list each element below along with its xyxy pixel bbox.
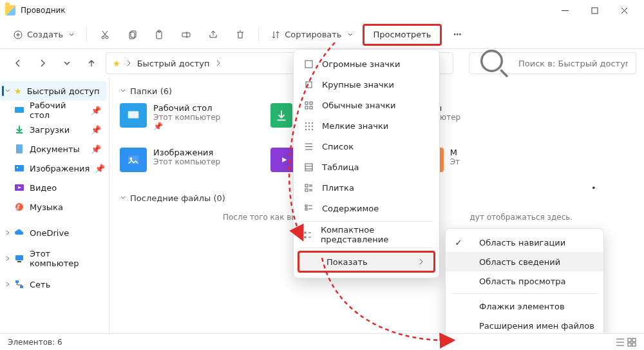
svg-rect-30: [305, 106, 308, 109]
sort-label: Сортировать: [285, 30, 341, 39]
folder-item[interactable]: Рабочий столЭтот компьютер📌: [120, 103, 254, 131]
copy-button[interactable]: [120, 24, 144, 45]
svg-rect-0: [592, 8, 598, 14]
menu-item-list[interactable]: Список: [294, 136, 439, 157]
toolbar-separator: [258, 28, 259, 42]
minimize-button[interactable]: [550, 0, 580, 21]
menu-item-medium-icons[interactable]: Обычные значки: [294, 95, 439, 115]
menu-separator: [452, 293, 597, 294]
details-view-icon[interactable]: [616, 338, 625, 347]
toolbar: Создать Сортировать Просмотреть ⋯: [0, 21, 644, 49]
search-input[interactable]: [517, 58, 629, 69]
view-menu: Огромные значки Крупные значки Обычные з…: [293, 49, 440, 278]
submenu-item-preview-pane[interactable]: Область просмотра: [446, 271, 603, 291]
menu-item-label: Крупные значки: [322, 80, 394, 90]
thumb-view-icon[interactable]: [627, 338, 636, 347]
sidebar-item-pictures[interactable]: Изображения 📌: [0, 159, 106, 178]
svg-rect-42: [305, 184, 308, 187]
sidebar-item-network[interactable]: Сеть: [0, 275, 106, 294]
sidebar-item-label: OneDrive: [30, 228, 69, 238]
sidebar-item-this-pc[interactable]: Этот компьютер: [0, 249, 106, 268]
music-icon: [14, 202, 24, 212]
rename-button[interactable]: [175, 24, 198, 45]
menu-item-extra-large-icons[interactable]: Огромные значки: [294, 53, 439, 74]
chevron-right-icon[interactable]: [215, 60, 222, 66]
search-box[interactable]: [469, 52, 636, 74]
sidebar-item-label: Сеть: [30, 280, 50, 289]
show-submenu: ✓Область навигации Область сведений Обла…: [445, 228, 604, 350]
submenu-item-item-checkboxes[interactable]: Флажки элементов: [446, 297, 603, 316]
document-icon: [14, 144, 24, 154]
new-button[interactable]: Создать: [8, 24, 80, 45]
sidebar-item-documents[interactable]: Документы 📌: [0, 139, 106, 159]
forward-button[interactable]: [32, 53, 53, 73]
submenu-item-details-pane[interactable]: Область сведений: [446, 252, 603, 271]
chevron-right-icon: [418, 258, 424, 265]
svg-point-39: [308, 129, 310, 130]
paste-button[interactable]: [147, 24, 171, 45]
sidebar-item-quick-access[interactable]: ★ Быстрый доступ: [0, 81, 106, 101]
list-icon: [303, 142, 314, 151]
star-icon: ★: [113, 59, 120, 68]
more-button[interactable]: ⋯: [446, 24, 469, 45]
pin-icon: 📌: [95, 164, 105, 173]
menu-item-tiles[interactable]: •Плитка: [294, 177, 439, 198]
menu-item-compact[interactable]: Компактное представление: [294, 224, 439, 245]
submenu-item-file-ext[interactable]: Расширения имен файлов: [446, 316, 603, 335]
sidebar-item-label: Этот компьютер: [30, 249, 101, 268]
svg-rect-45: [305, 208, 307, 210]
delete-button[interactable]: [229, 24, 252, 45]
svg-point-3: [106, 36, 108, 39]
svg-point-16: [17, 167, 18, 168]
content-icon: [303, 204, 314, 213]
svg-rect-22: [20, 286, 23, 288]
submenu-item-nav-pane[interactable]: ✓Область навигации: [446, 233, 603, 252]
menu-item-large-icons[interactable]: Крупные значки: [294, 74, 439, 95]
svg-rect-29: [310, 102, 312, 104]
sidebar-item-desktop[interactable]: Рабочий стол 📌: [0, 101, 106, 120]
svg-point-35: [305, 126, 307, 127]
sidebar-item-music[interactable]: Музыка: [0, 197, 106, 217]
sidebar-item-downloads[interactable]: Загрузки 📌: [0, 120, 106, 139]
recent-locations-button[interactable]: [57, 53, 77, 73]
cut-button[interactable]: [93, 24, 117, 45]
sidebar-item-video[interactable]: Видео: [0, 178, 106, 197]
menu-item-small-icons[interactable]: Мелкие значки: [294, 115, 439, 136]
close-button[interactable]: [609, 0, 639, 21]
sidebar-item-label: Рабочий стол: [30, 101, 86, 120]
menu-item-label: Расширения имен файлов: [479, 321, 594, 331]
sidebar-item-onedrive[interactable]: OneDrive: [0, 223, 106, 242]
folder-sub: Эт: [450, 157, 460, 166]
share-button[interactable]: [202, 24, 225, 45]
menu-item-label: Флажки элементов: [479, 302, 565, 311]
folder-item[interactable]: ыьютер: [435, 103, 493, 131]
grid-icon: [303, 59, 314, 69]
svg-rect-14: [16, 144, 23, 153]
menu-item-details[interactable]: Таблица: [294, 157, 439, 177]
grid-icon: [303, 101, 314, 110]
view-label: Просмотреть: [374, 30, 431, 39]
up-button[interactable]: [81, 53, 102, 73]
menu-item-label: Список: [322, 142, 354, 151]
sort-button[interactable]: Сортировать: [265, 24, 358, 45]
maximize-button[interactable]: [580, 0, 609, 21]
cloud-icon: [14, 228, 24, 238]
svg-point-38: [305, 129, 307, 130]
svg-point-32: [305, 122, 307, 124]
pictures-icon: [120, 148, 147, 172]
view-toggle[interactable]: [616, 338, 636, 347]
check-icon: ✓: [453, 238, 464, 248]
svg-point-40: [312, 129, 313, 130]
menu-item-content[interactable]: Содержимое: [294, 198, 439, 219]
folder-item[interactable]: ИзображенияЭтот компьютер: [120, 148, 254, 175]
tiles-icon: [303, 183, 314, 193]
menu-item-show[interactable]: Показать: [298, 251, 435, 273]
computer-icon: [14, 253, 24, 264]
svg-rect-15: [15, 165, 24, 171]
svg-point-2: [102, 36, 104, 39]
view-button[interactable]: Просмотреть: [363, 24, 442, 46]
folder-sub: Этот компьютер: [153, 113, 220, 122]
breadcrumb[interactable]: Быстрый доступ: [137, 59, 210, 68]
back-button[interactable]: [8, 53, 28, 73]
menu-separator: [300, 248, 433, 248]
